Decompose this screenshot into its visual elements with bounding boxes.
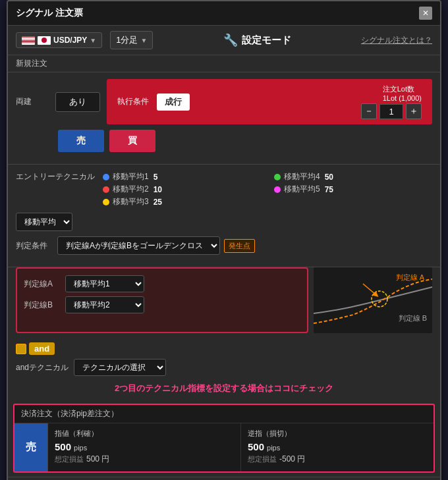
condition-select[interactable]: 判定線Aが判定線Bをゴールデンクロス	[57, 236, 220, 255]
limit-profit-value: 500 円	[86, 454, 109, 465]
and-checkbox[interactable]	[16, 344, 26, 354]
currency-selector[interactable]: USD/JPY ▼	[16, 32, 102, 48]
wrench-icon: 🔧	[223, 33, 238, 47]
flag-us-icon	[22, 36, 35, 45]
dot-pink-icon	[274, 186, 281, 193]
and-technical-label: andテクニカル	[16, 362, 69, 373]
order-row-1: 両建 あり 執行条件 成行 注文Lot数 1Lot (1,000) － ＋	[16, 79, 432, 124]
title-text: シグナル 注文票	[16, 7, 83, 19]
ma-item-5: 移動平均5 75	[274, 184, 432, 195]
bottom-buttons: Clear シグナル発注開始 Close	[8, 477, 440, 480]
execution-value-button[interactable]: 成行	[157, 93, 190, 111]
limit-value-row: 500 pips	[55, 441, 234, 452]
limit-unit: pips	[74, 444, 87, 452]
lot-plus-button[interactable]: ＋	[406, 103, 422, 119]
action-buttons: 売 買	[58, 130, 155, 152]
and-technical-row: andテクニカル テクニカルの選択	[8, 359, 440, 380]
limit-profit-label: 想定損益	[55, 454, 84, 464]
title-bar: シグナル 注文票 ✕	[8, 1, 440, 26]
order-row-2: 売 買	[16, 130, 432, 152]
limit-col: 指値（利確） 500 pips 想定損益 500 円	[48, 423, 241, 471]
settlement-body: 売 指値（利確） 500 pips 想定損益 500 円	[14, 423, 434, 471]
stop-value: 500	[248, 441, 264, 452]
mode-text: 設定モード	[242, 34, 291, 47]
popup-box: 判定線A 移動平均1 判定線B 移動平均2	[16, 267, 308, 333]
lot-controls: － ＋	[361, 103, 422, 119]
technical-label: エントリーテクニカル	[16, 171, 95, 182]
technical-type-select[interactable]: 移動平均	[16, 213, 72, 231]
toolbar: USD/JPY ▼ 1分足 ▼ 🔧 設定モード シグナル注文とは？	[8, 26, 440, 55]
execution-section: 執行条件 成行 注文Lot数 1Lot (1,000) － ＋	[107, 79, 432, 124]
ma-item-3: 移動平均3 25	[103, 196, 261, 207]
dot-red-icon	[103, 186, 109, 193]
stop-col: 逆指（損切） 500 pips 想定損益 -500 円	[241, 423, 434, 471]
line-b-label: 判定線B	[24, 300, 60, 311]
and-checkbox-wrapper: and	[16, 342, 55, 355]
execution-label: 執行条件	[117, 96, 149, 107]
chart-label-a-text: 判定線 A	[396, 273, 424, 282]
line-b-row: 判定線B 移動平均2	[24, 296, 300, 313]
timeframe-text: 1分足	[116, 34, 138, 46]
both-sides-label: 両建	[16, 96, 49, 107]
main-dialog: シグナル 注文票 ✕ USD/JPY ▼ 1分足 ▼ 🔧 設定モード シグナル注…	[7, 0, 441, 480]
dot-blue-icon	[103, 174, 109, 180]
settlement-header: 決済注文（決済pip差注文）	[14, 405, 434, 423]
technical-header: エントリーテクニカル 移動平均1 5 移動平均4 50 移動平均2 10	[16, 171, 432, 207]
line-a-label: 判定線A	[24, 279, 60, 290]
lot-label: 注文Lot数 1Lot (1,000)	[383, 84, 422, 102]
ma-item-1: 移動平均1 5	[103, 171, 261, 182]
limit-value: 500	[55, 441, 71, 452]
lot-minus-button[interactable]: －	[361, 103, 377, 119]
buy-button[interactable]: 買	[109, 130, 155, 152]
lot-section: 注文Lot数 1Lot (1,000) － ＋	[361, 84, 422, 119]
ma-grid: 移動平均1 5 移動平均4 50 移動平均2 10 移動平均5 75	[103, 171, 432, 207]
chart-area: 判定線 A 判定線 B	[314, 267, 432, 333]
technical-section: エントリーテクニカル 移動平均1 5 移動平均4 50 移動平均2 10	[8, 165, 440, 267]
happo-badge: 発生点	[224, 239, 255, 253]
ma-item-4: 移動平均4 50	[274, 171, 432, 182]
chart-label-b-text: 判定線 B	[399, 313, 427, 323]
hint-text: 2つ目のテクニカル指標を設定する場合はココにチェック	[8, 380, 440, 400]
line-a-select[interactable]: 移動平均1	[65, 275, 144, 292]
stop-profit-row: 想定損益 -500 円	[248, 454, 427, 465]
settlement-cols: 指値（利確） 500 pips 想定損益 500 円 逆指（損切）	[48, 423, 434, 471]
dot-yellow-icon	[103, 199, 109, 205]
order-section: 両建 あり 執行条件 成行 注文Lot数 1Lot (1,000) － ＋	[8, 72, 440, 165]
settings-mode: 🔧 設定モード	[161, 33, 353, 47]
limit-title: 指値（利確）	[55, 429, 234, 439]
new-order-label: 新規注文	[8, 55, 440, 72]
close-icon[interactable]: ✕	[419, 7, 432, 20]
dot-green-icon	[274, 174, 281, 180]
and-section: and	[8, 338, 440, 359]
lot-input[interactable]	[379, 104, 403, 119]
popup-chart-row: 判定線A 移動平均1 判定線B 移動平均2	[8, 267, 440, 338]
technical-select-row: 移動平均	[16, 213, 432, 231]
ma-item-2: 移動平均2 10	[103, 184, 261, 195]
timeframe-selector[interactable]: 1分足 ▼	[110, 31, 153, 49]
both-sides-button[interactable]: あり	[55, 92, 100, 112]
and-label: and	[29, 342, 55, 355]
sell-button[interactable]: 売	[58, 130, 104, 152]
condition-row: 判定条件 判定線Aが判定線Bをゴールデンクロス 発生点	[16, 236, 432, 255]
condition-label: 判定条件	[16, 240, 52, 252]
limit-profit-row: 想定損益 500 円	[55, 454, 234, 465]
settlement-sell-label: 売	[14, 423, 47, 471]
currency-dropdown-icon: ▼	[90, 37, 96, 44]
stop-value-row: 500 pips	[248, 441, 427, 452]
stop-title: 逆指（損切）	[248, 429, 427, 439]
stop-profit-value: -500 円	[279, 454, 305, 465]
stop-profit-label: 想定損益	[248, 454, 277, 464]
stop-unit: pips	[267, 444, 280, 452]
timeframe-dropdown-icon: ▼	[141, 37, 148, 44]
line-b-select[interactable]: 移動平均2	[65, 296, 144, 313]
help-link[interactable]: シグナル注文とは？	[361, 35, 432, 46]
flag-jp-icon	[38, 36, 51, 45]
line-a-row: 判定線A 移動平均1	[24, 275, 300, 292]
currency-text: USD/JPY	[53, 36, 87, 45]
and-technical-select[interactable]: テクニカルの選択	[74, 359, 166, 376]
title-bar-left: シグナル 注文票	[16, 7, 83, 19]
settlement-section: 決済注文（決済pip差注文） 売 指値（利確） 500 pips 想定損益 50…	[13, 404, 435, 473]
